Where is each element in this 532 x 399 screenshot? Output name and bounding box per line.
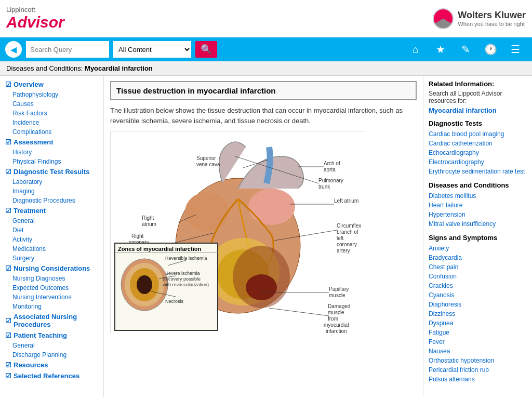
content-description: The illustration below shows the tissue … bbox=[110, 105, 417, 126]
sidebar-item-treatment[interactable]: ☑ Treatment bbox=[2, 205, 101, 216]
right-link-cyanosis[interactable]: Cyanosis bbox=[429, 290, 527, 300]
sidebar-item-nursing[interactable]: ☑ Nursing Considerations bbox=[2, 263, 101, 274]
sidebar-item-general[interactable]: General bbox=[2, 216, 101, 225]
related-main-link[interactable]: Myocardial infarction bbox=[429, 107, 527, 114]
search-button[interactable]: 🔍 bbox=[195, 41, 217, 58]
sidebar-item-diagnostic-procedures[interactable]: Diagnostic Procedures bbox=[2, 196, 101, 205]
right-link-nausea[interactable]: Nausea bbox=[429, 347, 527, 356]
wolters-kluwer-area: Wolters Kluwer When you have to be right bbox=[433, 8, 526, 29]
sidebar-label-patient: Patient Teaching bbox=[14, 331, 67, 339]
home-button[interactable]: ⌂ bbox=[404, 41, 427, 58]
svg-text:with revascularization): with revascularization) bbox=[162, 282, 209, 287]
sidebar-label-nursing: Nursing Considerations bbox=[14, 264, 90, 272]
svg-text:Papillary: Papillary bbox=[329, 286, 349, 292]
sidebar-item-diet[interactable]: Diet bbox=[2, 225, 101, 235]
right-sidebar: Related Information: Search all Lippcott… bbox=[423, 76, 532, 397]
svg-text:Right: Right bbox=[131, 233, 144, 239]
sidebar-item-causes[interactable]: Causes bbox=[2, 99, 101, 109]
check-icon-treatment: ☑ bbox=[5, 207, 11, 215]
check-icon-associated: ☑ bbox=[5, 317, 11, 325]
right-link-bradycardia[interactable]: Bradycardia bbox=[429, 253, 527, 262]
sidebar-item-patient[interactable]: ☑ Patient Teaching bbox=[2, 330, 101, 341]
right-link-mitral[interactable]: Mitral valve insufficiency bbox=[429, 219, 527, 229]
svg-text:Circumflex: Circumflex bbox=[337, 223, 361, 229]
right-link-echo[interactable]: Echocardiography bbox=[429, 148, 527, 157]
logo-area: Lippincott Advisor bbox=[6, 6, 64, 31]
right-link-hypertension[interactable]: Hypertension bbox=[429, 210, 527, 219]
right-link-esr[interactable]: Erythrocyte sedimentation rate test bbox=[429, 167, 527, 176]
svg-text:vena cava: vena cava bbox=[196, 162, 220, 167]
right-link-anxiety[interactable]: Anxiety bbox=[429, 244, 527, 253]
sidebar-item-medications[interactable]: Medications bbox=[2, 244, 101, 254]
right-link-orthostatic[interactable]: Orthostatic hypotension bbox=[429, 356, 527, 365]
sidebar-item-assessment[interactable]: ☑ Assessment bbox=[2, 137, 101, 148]
sidebar-item-physical-findings[interactable]: Physical Findings bbox=[2, 157, 101, 166]
right-link-pericardial[interactable]: Pericardial friction rub bbox=[429, 365, 527, 375]
svg-text:trunk: trunk bbox=[318, 184, 330, 190]
right-link-fever[interactable]: Fever bbox=[429, 337, 527, 347]
related-intro: Search all Lippcott Advisorresources for… bbox=[429, 90, 527, 104]
nav-icons: ⌂ ★ ✎ 🕐 ☰ bbox=[404, 41, 527, 58]
sidebar-item-overview[interactable]: ☑ Overview bbox=[2, 79, 101, 90]
svg-text:muscle: muscle bbox=[328, 310, 344, 315]
sidebar-label-associated: Associated NursingProcedures bbox=[14, 313, 77, 328]
sidebar-item-pathophysiology[interactable]: Pathophysiology bbox=[2, 90, 101, 99]
sidebar-item-risk-factors[interactable]: Risk Factors bbox=[2, 109, 101, 118]
right-link-crackles[interactable]: Crackles bbox=[429, 281, 527, 290]
diseases-title: Diseases and Conditions bbox=[429, 181, 527, 189]
sidebar-item-general-pt[interactable]: General bbox=[2, 341, 101, 350]
sidebar-item-associated[interactable]: ☑ Associated NursingProcedures bbox=[2, 311, 101, 330]
right-link-diabetes[interactable]: Diabetes mellitus bbox=[429, 191, 527, 201]
sidebar-item-incidence[interactable]: Incidence bbox=[2, 118, 101, 127]
right-link-cardiac-blood[interactable]: Cardiac blood pool imaging bbox=[429, 129, 527, 139]
sidebar-label-assessment: Assessment bbox=[14, 138, 54, 146]
sidebar-item-references[interactable]: ☑ Selected References bbox=[2, 370, 101, 381]
sidebar-item-history[interactable]: History bbox=[2, 148, 101, 157]
wk-logo-icon bbox=[433, 8, 454, 29]
menu-button[interactable]: ☰ bbox=[504, 41, 527, 58]
svg-text:Necrosis: Necrosis bbox=[165, 299, 184, 304]
related-info-title: Related Information: bbox=[429, 80, 527, 88]
right-link-confusion[interactable]: Confusion bbox=[429, 272, 527, 281]
right-link-pulsus[interactable]: Pulsus alternans bbox=[429, 375, 527, 384]
wk-tagline: When you have to be right bbox=[458, 21, 526, 27]
main-layout: ☑ Overview Pathophysiology Causes Risk F… bbox=[0, 76, 532, 397]
sidebar-item-discharge[interactable]: Discharge Planning bbox=[2, 350, 101, 360]
sidebar-item-nursing-interventions[interactable]: Nursing Interventions bbox=[2, 292, 101, 302]
wk-text: Wolters Kluwer When you have to be right bbox=[458, 10, 526, 27]
right-link-heart-failure[interactable]: Heart failure bbox=[429, 201, 527, 210]
right-link-cardiac-cath[interactable]: Cardiac catheterization bbox=[429, 139, 527, 148]
svg-text:Right: Right bbox=[142, 215, 154, 221]
edit-button[interactable]: ✎ bbox=[454, 41, 477, 58]
content-title: Tissue destruction in myocardial infarct… bbox=[110, 81, 417, 100]
sidebar-item-activity[interactable]: Activity bbox=[2, 235, 101, 244]
svg-text:Left atrium: Left atrium bbox=[334, 198, 358, 204]
sidebar-item-surgery[interactable]: Surgery bbox=[2, 254, 101, 263]
sidebar-item-imaging[interactable]: Imaging bbox=[2, 187, 101, 196]
svg-text:Damaged: Damaged bbox=[328, 303, 350, 309]
sidebar-label-references: Selected References bbox=[14, 372, 79, 380]
history-button[interactable]: 🕐 bbox=[479, 41, 502, 58]
right-link-diaphoresis[interactable]: Diaphoresis bbox=[429, 300, 527, 309]
sidebar-item-complications[interactable]: Complications bbox=[2, 127, 101, 137]
sidebar-item-expected-outcomes[interactable]: Expected Outcomes bbox=[2, 283, 101, 292]
sidebar-item-nursing-diagnoses[interactable]: Nursing Diagnoses bbox=[2, 274, 101, 283]
right-link-chest-pain[interactable]: Chest pain bbox=[429, 262, 527, 272]
sidebar-label-diagnostic: Diagnostic Test Results bbox=[14, 168, 89, 176]
search-bar: ◀ All Content Diseases Drugs Procedures … bbox=[0, 37, 532, 61]
svg-text:Zones of myocardial infarction: Zones of myocardial infarction bbox=[118, 246, 201, 252]
right-link-ecg[interactable]: Electrocardiography bbox=[429, 157, 527, 167]
right-link-dizziness[interactable]: Dizziness bbox=[429, 309, 527, 318]
svg-text:aorta: aorta bbox=[324, 167, 336, 172]
search-input[interactable] bbox=[26, 41, 109, 58]
sidebar-item-monitoring[interactable]: Monitoring bbox=[2, 302, 101, 311]
sidebar-item-resources[interactable]: ☑ Resources bbox=[2, 360, 101, 370]
sidebar-item-diagnostic[interactable]: ☑ Diagnostic Test Results bbox=[2, 166, 101, 177]
sidebar-item-laboratory[interactable]: Laboratory bbox=[2, 177, 101, 187]
content-select[interactable]: All Content Diseases Drugs Procedures bbox=[113, 41, 191, 58]
favorites-button[interactable]: ★ bbox=[429, 41, 452, 58]
right-link-dyspnea[interactable]: Dyspnea bbox=[429, 318, 527, 328]
svg-text:branch of: branch of bbox=[337, 229, 358, 235]
back-button[interactable]: ◀ bbox=[5, 41, 22, 58]
right-link-fatigue[interactable]: Fatigue bbox=[429, 328, 527, 337]
